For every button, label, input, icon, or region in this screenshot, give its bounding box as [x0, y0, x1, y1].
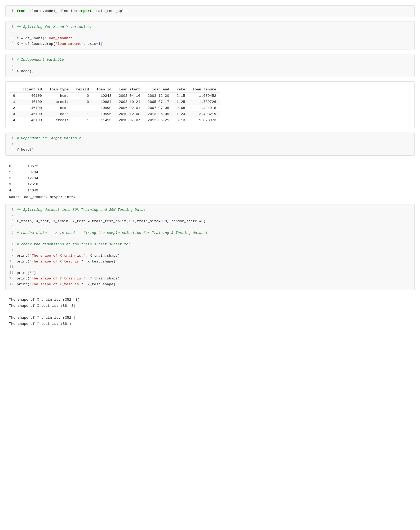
code-line: 2 [9, 30, 411, 36]
code-content [17, 141, 19, 147]
table-header: repaid [72, 86, 93, 93]
series-row: 312518 [9, 182, 411, 188]
table-row: 446109credit1114152010-07-072012-05-213.… [9, 117, 220, 123]
code-content: print('') [17, 270, 36, 276]
table-output-table1: client_idloan_typerepaidloan_idloan_star… [5, 81, 415, 128]
table-cell: 1 [9, 99, 19, 105]
table-cell: 46109 [19, 99, 46, 105]
table-cell: 2005-07-17 [144, 99, 173, 105]
code-line: 2 [9, 141, 411, 147]
code-cell-cell1: 1from sklearn.model_selection import tra… [5, 5, 415, 17]
code-cell-cell5: 1## Splitting dataset into 80% Training … [5, 204, 415, 290]
code-area: 1## Splitting dataset into 80% Training … [6, 204, 414, 290]
table-cell: 1 [72, 111, 93, 117]
code-line: 10print("The shape of X_test is:", X_tes… [9, 259, 411, 265]
line-number: 5 [9, 230, 17, 236]
print-output-print1: The shape of X_train is: (352, 8)The sha… [5, 294, 415, 330]
code-line: 3X_train, X_test, Y_train, Y_test = trai… [9, 218, 411, 224]
table-row: 146109credit0109842003-10-212005-07-171.… [9, 99, 220, 105]
series-row: 414049 [9, 188, 411, 194]
code-area: 1from sklearn.model_selection import tra… [6, 6, 414, 17]
line-number: 3 [9, 68, 17, 74]
code-content: from sklearn.model_selection import trai… [17, 8, 128, 14]
series-value: 13672 [17, 164, 38, 170]
code-content: print("The shape of Y_test is:", Y_test.… [17, 282, 116, 287]
line-number: 14 [9, 282, 17, 287]
code-content: ## Splitting for X and Y variables: [17, 24, 92, 30]
code-content [17, 63, 19, 69]
code-line: 14print("The shape of Y_test is:", Y_tes… [9, 282, 411, 287]
series-data: 01367219794212734312518414049Name: loan_… [9, 163, 411, 202]
code-content [17, 224, 19, 230]
table-header [9, 86, 19, 93]
table-cell: 2 [9, 105, 19, 111]
table-header: loan_type [46, 86, 72, 93]
series-index: 4 [9, 188, 17, 194]
code-content: # Dependent or Target Variable [17, 135, 81, 141]
table-cell: 0.68 [173, 105, 189, 111]
code-area: 1# Independent Variable2 3X.head() [6, 54, 414, 77]
line-number: 11 [9, 264, 17, 270]
line-number: 6 [9, 236, 17, 242]
code-content [17, 236, 19, 242]
line-number: 10 [9, 259, 17, 265]
code-content: print("The shape of X_test is:", X_test.… [17, 259, 116, 265]
line-number: 1 [9, 24, 17, 30]
code-content: print("The shape of Y_train is:", Y_trai… [17, 276, 120, 282]
table-cell: 2.15 [173, 93, 189, 99]
code-content: X_train, X_test, Y_train, Y_test = train… [17, 218, 206, 224]
line-number: 3 [9, 36, 17, 41]
code-content [17, 30, 19, 36]
code-area: 1# Dependent or Target Variable2 3Y.head… [6, 133, 414, 155]
line-number: 2 [9, 30, 17, 36]
table-header: loan_id [93, 86, 115, 93]
code-line: 13print("The shape of Y_train is:", Y_tr… [9, 276, 411, 282]
table-cell: 2007-07-05 [144, 105, 173, 111]
code-line: 4 [9, 224, 411, 230]
series-row: 013672 [9, 164, 411, 170]
code-line: 7# check the dimensions of the train & t… [9, 242, 411, 247]
code-line: 1## Splitting for X and Y variables: [9, 24, 411, 30]
code-cell-cell2: 1## Splitting for X and Y variables:2 3Y… [5, 21, 415, 50]
table-cell: 10243 [93, 93, 115, 99]
code-content [17, 213, 19, 219]
code-content [17, 264, 19, 270]
table-cell: credit [46, 117, 72, 123]
table-cell: 0 [72, 93, 93, 99]
table-cell: 1.873973 [189, 117, 220, 123]
code-content: X = df_loans.drop('loan_amount', axis=1) [17, 41, 103, 47]
code-line: 1# Dependent or Target Variable [9, 135, 411, 141]
code-content: # check the dimensions of the train & te… [17, 242, 130, 247]
table-cell: 46109 [19, 117, 46, 123]
table-cell: 1 [72, 117, 93, 123]
table-cell: credit [46, 99, 72, 105]
series-index: 3 [9, 182, 17, 188]
table-cell: 2010-07-07 [115, 117, 144, 123]
table-row: 046109home0102432002-04-162003-12-202.15… [9, 93, 220, 99]
code-line: 11 [9, 264, 411, 270]
line-number: 4 [9, 224, 17, 230]
line-number: 2 [9, 63, 17, 69]
line-number: 8 [9, 247, 17, 253]
line-number: 1 [9, 135, 17, 141]
series-output-series1: 01367219794212734312518414049Name: loan_… [5, 160, 415, 204]
table-header: loan_tenure [189, 86, 220, 93]
table-cell: 0 [9, 93, 19, 99]
code-line: 12print('') [9, 270, 411, 276]
blank-line [9, 309, 411, 315]
series-value: 14049 [17, 188, 38, 194]
series-value: 12518 [17, 182, 38, 188]
print-line: The shape of Y_test is: (88,) [9, 321, 411, 327]
code-cell-cell3: 1# Independent Variable2 3X.head() [5, 54, 415, 77]
code-line: 6 [9, 236, 411, 242]
table-cell: 3.13 [173, 117, 189, 123]
series-index: 2 [9, 176, 17, 182]
print-line: The shape of X_train is: (352, 8) [9, 297, 411, 303]
code-line: 4X = df_loans.drop('loan_amount', axis=1… [9, 41, 411, 47]
table-cell: 1 [72, 105, 93, 111]
code-line: 8 [9, 247, 411, 253]
code-line: 1from sklearn.model_selection import tra… [9, 8, 411, 14]
table-row: 246109home1109902006-02-012007-07-050.68… [9, 105, 220, 111]
line-number: 7 [9, 242, 17, 247]
series-index: 0 [9, 164, 17, 170]
